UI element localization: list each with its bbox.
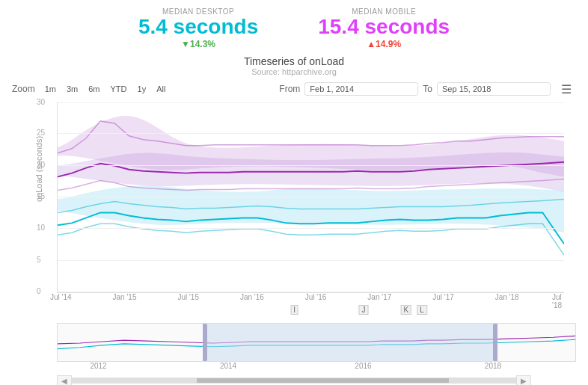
marker-j: J <box>359 305 369 315</box>
y-tick-5: 5 <box>58 260 564 261</box>
chart-source: Source: httparchive.org <box>0 67 588 76</box>
mobile-stat: MEDIAN MOBILE 15.4 seconds ▲14.9% <box>318 7 450 49</box>
x-label-jul16: Jul '16 <box>305 293 327 301</box>
chart-svg <box>58 102 564 292</box>
mini-chart[interactable] <box>57 323 576 362</box>
y-tick-25: 25 <box>58 133 564 134</box>
zoom-1y[interactable]: 1y <box>134 83 150 95</box>
chart-title: Timeseries of onLoad <box>0 55 588 67</box>
x-axis-labels: Jul '14 Jan '15 Jul '15 Jan '16 Jul '16 … <box>45 293 576 305</box>
x-label-jan17: Jan '17 <box>367 293 391 301</box>
mini-label-2012: 2012 <box>90 362 106 370</box>
y-tick-15: 15 <box>58 197 564 197</box>
to-date-input[interactable] <box>437 82 551 96</box>
x-label-jan15: Jan '15 <box>113 293 137 301</box>
y-tick-0: 0 <box>58 292 564 292</box>
marker-k: K <box>400 305 411 315</box>
desktop-stat: MEDIAN DESKTOP 5.4 seconds ▼14.3% <box>138 7 258 49</box>
mini-label-2016: 2016 <box>355 362 371 370</box>
desktop-value: 5.4 seconds <box>138 16 258 39</box>
from-date-input[interactable] <box>304 82 418 96</box>
zoom-ytd[interactable]: YTD <box>107 83 131 95</box>
mini-x-labels: 2012 2014 2016 2018 <box>57 362 576 374</box>
x-label-jul17: Jul '17 <box>432 293 454 301</box>
y-tick-30: 30 <box>58 102 564 103</box>
y-tick-20: 20 <box>58 165 564 166</box>
stats-container: MEDIAN DESKTOP 5.4 seconds ▼14.3% MEDIAN… <box>0 0 588 52</box>
scroll-handle-left[interactable] <box>203 324 207 361</box>
marker-i: I <box>290 305 298 315</box>
toolbar: Zoom 1m 3m 6m YTD 1y All From To ☰ <box>0 76 588 102</box>
zoom-6m[interactable]: 6m <box>85 83 103 95</box>
date-range: From To <box>279 82 551 96</box>
desktop-change: ▼14.3% <box>138 39 258 49</box>
marker-labels: I J K L <box>45 305 576 317</box>
y-tick-10: 10 <box>58 228 564 229</box>
from-label: From <box>279 84 300 94</box>
main-chart: 30 25 20 15 10 5 0 <box>57 102 564 293</box>
scroll-thumb[interactable] <box>197 378 449 383</box>
mini-label-2018: 2018 <box>485 362 501 370</box>
zoom-1m[interactable]: 1m <box>41 83 60 95</box>
mini-label-2014: 2014 <box>220 362 236 370</box>
hamburger-icon[interactable]: ☰ <box>557 81 576 98</box>
zoom-label: Zoom <box>12 84 35 94</box>
zoom-controls: Zoom 1m 3m 6m YTD 1y All <box>12 83 169 95</box>
mobile-value: 15.4 seconds <box>318 16 450 39</box>
scrollbar-container: ◀ ▶ <box>57 375 531 385</box>
x-label-jul15: Jul '15 <box>177 293 199 301</box>
scroll-left-btn[interactable]: ◀ <box>57 375 72 385</box>
zoom-all[interactable]: All <box>153 83 169 95</box>
mobile-change: ▲14.9% <box>318 39 450 49</box>
scroll-handle-right[interactable] <box>493 324 497 361</box>
to-label: To <box>423 84 432 94</box>
x-label-jan16: Jan '16 <box>240 293 264 301</box>
x-label-jul14: Jul '14 <box>50 293 72 301</box>
x-label-jan18: Jan '18 <box>495 293 519 301</box>
marker-l: L <box>417 305 427 315</box>
mini-highlight <box>203 324 497 361</box>
scroll-right-btn[interactable]: ▶ <box>516 375 531 385</box>
scroll-track[interactable] <box>72 378 516 384</box>
zoom-3m[interactable]: 3m <box>63 83 82 95</box>
